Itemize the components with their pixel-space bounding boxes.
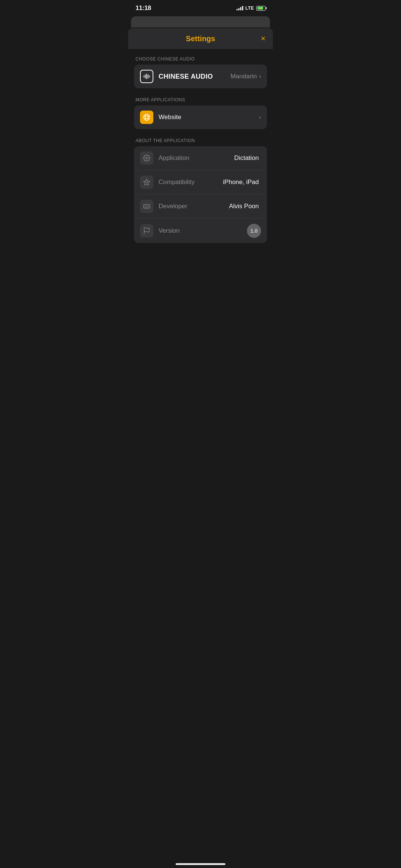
more-apps-section-label: MORE APPLICATIONS xyxy=(136,97,267,102)
close-button[interactable]: × xyxy=(261,34,265,43)
application-label: Application xyxy=(159,154,234,162)
website-row[interactable]: Website › xyxy=(134,105,267,129)
globe-icon xyxy=(143,113,151,121)
about-card: Application Dictation Compatibility iPho… xyxy=(134,146,267,243)
chevron-icon: › xyxy=(259,73,261,80)
version-row: Version 1.0 xyxy=(134,218,267,243)
developer-label: Developer xyxy=(159,203,229,210)
status-icons: LTE ⚡ xyxy=(237,6,265,11)
svg-point-5 xyxy=(144,114,150,121)
status-bar: 11:18 LTE ⚡ xyxy=(128,0,273,16)
choose-audio-section-label: CHOOSE CHINESE AUDIO xyxy=(136,56,267,62)
chinese-audio-card: CHINESE AUDIO Mandarin › xyxy=(134,65,267,88)
compatibility-icon xyxy=(140,176,153,189)
developer-row: Developer Alvis Poon xyxy=(134,194,267,218)
application-icon xyxy=(140,151,153,165)
website-label: Website xyxy=(159,114,259,121)
version-badge: 1.0 xyxy=(247,224,261,238)
version-value: 1.0 xyxy=(250,228,257,234)
application-row: Application Dictation xyxy=(134,146,267,170)
compatibility-row: Compatibility iPhone, iPad xyxy=(134,170,267,194)
developer-value: Alvis Poon xyxy=(229,203,259,210)
website-icon xyxy=(140,111,153,124)
lte-label: LTE xyxy=(245,6,254,11)
status-time: 11:18 xyxy=(136,4,151,12)
about-section-label: ABOUT THE APPLICATION xyxy=(136,138,267,143)
website-chevron-icon: › xyxy=(259,114,261,121)
settings-title: Settings xyxy=(186,35,215,43)
battery-icon: ⚡ xyxy=(256,6,265,11)
version-icon xyxy=(140,224,153,238)
version-label: Version xyxy=(159,227,247,235)
gear-icon xyxy=(143,154,150,162)
audio-app-icon xyxy=(140,70,153,83)
audio-wave-icon xyxy=(143,72,151,81)
signal-bars-icon xyxy=(237,6,243,10)
svg-rect-4 xyxy=(149,75,150,78)
svg-rect-9 xyxy=(144,204,150,208)
flag-icon xyxy=(143,227,150,235)
svg-rect-2 xyxy=(146,74,147,79)
more-apps-card: Website › xyxy=(134,105,267,129)
svg-rect-3 xyxy=(148,75,149,79)
settings-header: Settings × xyxy=(128,28,273,49)
svg-point-6 xyxy=(145,114,148,121)
chinese-audio-label: CHINESE AUDIO xyxy=(159,73,231,81)
svg-rect-1 xyxy=(145,75,146,79)
compatibility-label: Compatibility xyxy=(159,178,223,186)
main-content: CHOOSE CHINESE AUDIO CHINESE AUDIO Manda… xyxy=(128,49,273,259)
sheet-background xyxy=(131,16,270,27)
developer-icon xyxy=(140,200,153,213)
chinese-audio-row[interactable]: CHINESE AUDIO Mandarin › xyxy=(134,65,267,88)
application-value: Dictation xyxy=(234,154,259,162)
badge-check-icon xyxy=(143,178,150,186)
chinese-audio-value: Mandarin xyxy=(231,73,257,80)
svg-rect-0 xyxy=(144,75,144,78)
keyboard-icon xyxy=(143,203,150,210)
compatibility-value: iPhone, iPad xyxy=(223,178,259,186)
